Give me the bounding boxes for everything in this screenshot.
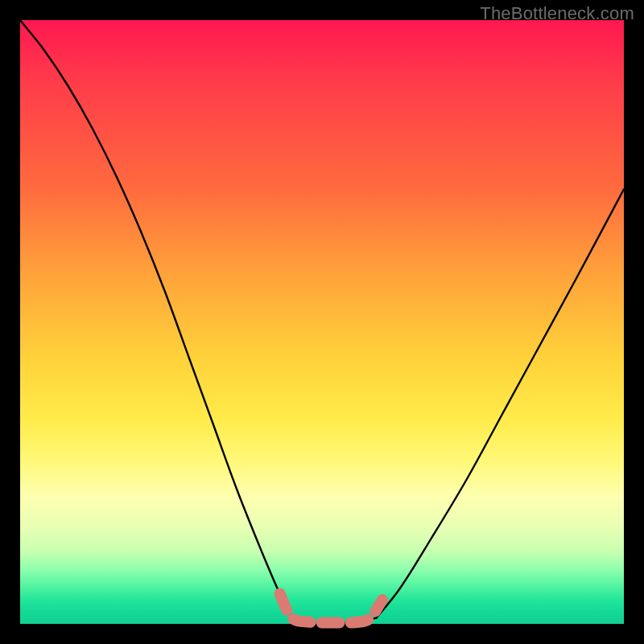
chart-svg xyxy=(20,20,624,624)
curve-left-branch xyxy=(20,20,292,618)
chart-plot-area xyxy=(20,20,624,624)
curve-highlight xyxy=(280,594,383,623)
curve-right-branch xyxy=(377,189,625,618)
outer-frame: TheBottleneck.com xyxy=(0,0,644,644)
